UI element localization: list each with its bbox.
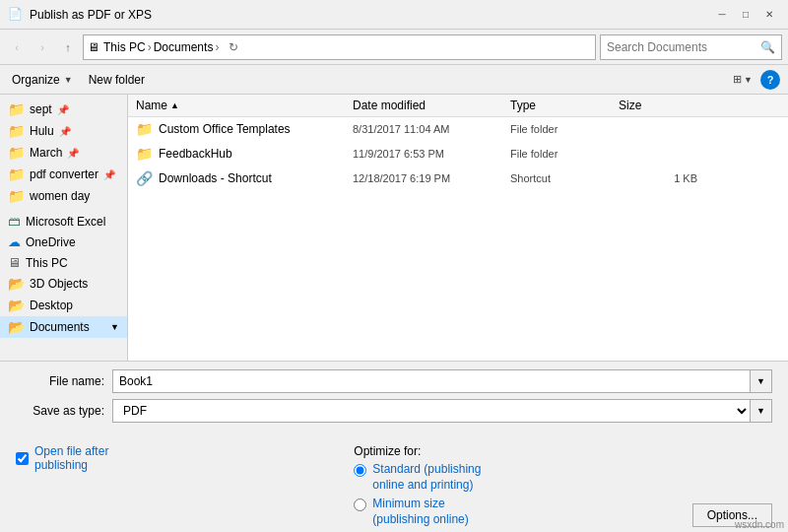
- sidebar-item-onedrive[interactable]: ☁ OneDrive: [0, 232, 127, 252]
- address-bar: 🖥 This PC › Documents › ↻: [83, 34, 596, 60]
- sidebar-item-3d-objects[interactable]: 📂 3D Objects: [0, 273, 127, 295]
- shortcut-icon: 🔗: [136, 170, 153, 186]
- folder-icon: 📂: [8, 276, 25, 292]
- sidebar-item-label: women day: [30, 189, 90, 203]
- save-as-type-label: Save as type:: [16, 404, 104, 418]
- organize-button[interactable]: Organize ▼: [8, 71, 77, 89]
- open-after-label[interactable]: Open file afterpublishing: [34, 444, 108, 472]
- address-parts: This PC › Documents ›: [103, 40, 219, 54]
- file-name-text: FeedbackHub: [159, 147, 232, 161]
- sidebar-item-hulu[interactable]: 📁 Hulu 📌: [0, 120, 127, 142]
- sidebar-item-desktop[interactable]: 📂 Desktop: [0, 295, 127, 316]
- save-type-dropdown[interactable]: ▼: [751, 399, 772, 423]
- organize-label: Organize: [12, 73, 60, 87]
- new-folder-button[interactable]: New folder: [85, 71, 149, 89]
- pin-icon: 📌: [57, 104, 69, 115]
- radio-standard[interactable]: [354, 464, 366, 477]
- window-title: Publish as PDF or XPS: [30, 8, 152, 22]
- title-bar: 📄 Publish as PDF or XPS ─ □ ✕: [0, 0, 788, 30]
- file-type: File folder: [510, 148, 619, 160]
- file-list-container: Name ▲ Date modified Type Size 📁 Custom …: [128, 95, 788, 361]
- sidebar-item-label: OneDrive: [26, 235, 76, 249]
- sidebar-item-march[interactable]: 📁 March 📌: [0, 142, 127, 164]
- close-button[interactable]: ✕: [758, 4, 780, 26]
- sidebar-item-label: Desktop: [30, 299, 73, 312]
- file-name-input[interactable]: [112, 369, 751, 393]
- action-bar: Organize ▼ New folder ⊞ ▼ ?: [0, 65, 788, 95]
- main-container: 📁 sept 📌 📁 Hulu 📌 📁 March 📌 📁 pdf conver…: [0, 95, 788, 361]
- sidebar-item-label: 3D Objects: [30, 277, 88, 291]
- column-type[interactable]: Type: [510, 99, 619, 112]
- sidebar-item-label: pdf converter: [30, 167, 98, 181]
- maximize-button[interactable]: □: [735, 4, 756, 26]
- column-size[interactable]: Size: [619, 99, 697, 112]
- folder-icon: 📁: [8, 123, 25, 139]
- new-folder-label: New folder: [89, 73, 145, 87]
- radio-standard-label[interactable]: Standard (publishingonline and printing): [372, 462, 481, 493]
- forward-button[interactable]: ›: [32, 36, 53, 58]
- sidebar-item-women-day[interactable]: 📁 women day: [0, 185, 127, 207]
- address-documents[interactable]: Documents: [154, 40, 214, 54]
- title-bar-left: 📄 Publish as PDF or XPS: [8, 7, 152, 23]
- onedrive-icon: ☁: [8, 234, 21, 249]
- sidebar-item-label: sept: [30, 102, 52, 116]
- pin-icon: 📌: [67, 148, 79, 159]
- folder-icon: 📁: [8, 145, 25, 161]
- sidebar-item-sept[interactable]: 📁 sept 📌: [0, 99, 127, 120]
- help-button[interactable]: ?: [760, 70, 780, 90]
- save-as-type-row: Save as type: PDF XPS Document ▼: [16, 399, 772, 423]
- file-list-header: Name ▲ Date modified Type Size: [128, 95, 788, 117]
- sort-arrow-icon: ▲: [170, 100, 179, 110]
- open-after-checkbox[interactable]: [16, 452, 29, 465]
- refresh-button[interactable]: ↻: [223, 36, 244, 58]
- file-size: 1 KB: [619, 172, 697, 184]
- sidebar-item-microsoft-excel[interactable]: 🗃 Microsoft Excel: [0, 211, 127, 232]
- pin-icon: 📌: [103, 169, 115, 180]
- view-button[interactable]: ⊞ ▼: [733, 73, 753, 86]
- folder-icon: 📁: [8, 166, 25, 182]
- search-box: 🔍: [600, 34, 782, 60]
- file-name-text: Custom Office Templates: [159, 122, 291, 136]
- view-icon: ⊞: [733, 73, 742, 86]
- back-button[interactable]: ‹: [6, 36, 28, 58]
- file-type: Shortcut: [510, 172, 619, 184]
- checkbox-row: Open file afterpublishing: [16, 444, 334, 472]
- sidebar-item-label: March: [30, 146, 62, 160]
- search-icon: 🔍: [760, 40, 775, 54]
- column-name[interactable]: Name ▲: [136, 99, 353, 112]
- open-after-publish-section: Open file afterpublishing: [16, 444, 334, 531]
- radio-minimum-label[interactable]: Minimum size(publishing online): [372, 497, 468, 527]
- sidebar-item-pdf-converter[interactable]: 📁 pdf converter 📌: [0, 164, 127, 185]
- folder-icon: 📁: [136, 121, 153, 137]
- pc-icon: 🖥: [8, 255, 21, 270]
- table-row[interactable]: 📁 FeedbackHub 11/9/2017 6:53 PM File fol…: [128, 142, 788, 166]
- table-row[interactable]: 🔗 Downloads - Shortcut 12/18/2017 6:19 P…: [128, 166, 788, 191]
- save-as-type-select[interactable]: PDF XPS Document: [112, 399, 751, 423]
- sidebar-expand-icon: ▼: [110, 322, 119, 332]
- sidebar-item-this-pc[interactable]: 🖥 This PC: [0, 252, 127, 273]
- column-date[interactable]: Date modified: [353, 99, 510, 112]
- minimize-button[interactable]: ─: [711, 4, 733, 26]
- address-this-pc[interactable]: This PC: [103, 40, 146, 54]
- pin-icon: 📌: [59, 126, 71, 137]
- optimize-section: Optimize for: Standard (publishingonline…: [354, 444, 672, 531]
- title-controls: ─ □ ✕: [711, 4, 780, 26]
- sidebar-item-label: Documents: [30, 320, 90, 334]
- options-area: Open file afterpublishing Optimize for: …: [0, 436, 788, 532]
- sidebar-item-documents[interactable]: 📂 Documents ▼: [0, 316, 127, 338]
- file-name-text: Downloads - Shortcut: [159, 171, 272, 185]
- excel-icon: 🗃: [8, 214, 21, 229]
- file-name-dropdown[interactable]: ▼: [751, 369, 772, 393]
- radio-minimum-row: Minimum size(publishing online): [354, 497, 672, 527]
- table-row[interactable]: 📁 Custom Office Templates 8/31/2017 11:0…: [128, 117, 788, 142]
- radio-minimum[interactable]: [354, 499, 366, 511]
- folder-icon: 📁: [136, 146, 153, 162]
- search-input[interactable]: [607, 40, 760, 54]
- folder-icon: 📂: [8, 298, 25, 313]
- sidebar-item-label: Hulu: [30, 124, 54, 138]
- file-name-row: File name: ▼: [16, 369, 772, 393]
- up-button[interactable]: ↑: [57, 36, 79, 58]
- folder-icon: 📁: [8, 188, 25, 204]
- file-date: 12/18/2017 6:19 PM: [353, 172, 510, 184]
- file-date: 11/9/2017 6:53 PM: [353, 148, 510, 160]
